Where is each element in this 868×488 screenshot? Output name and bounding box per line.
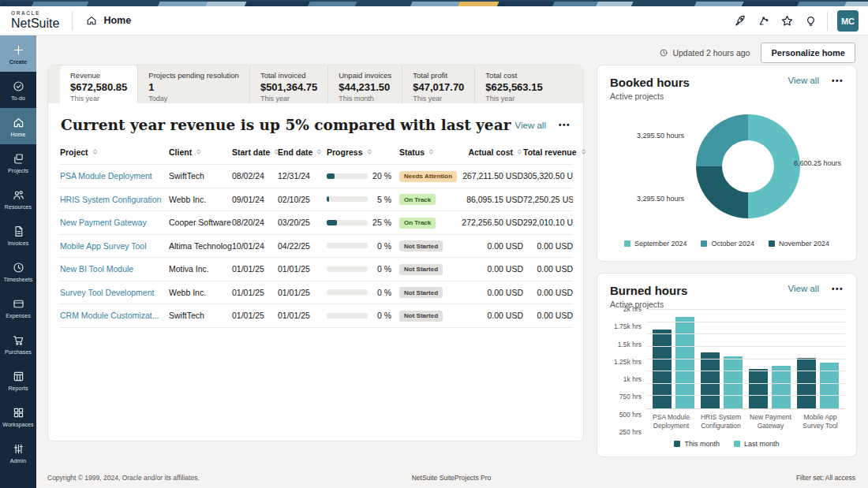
progress-percent: 0 %	[377, 311, 399, 320]
table-row: New Payment GatewayCooper Software08/20/…	[60, 211, 573, 235]
cell-end-date: 01/01/25	[278, 304, 327, 328]
column-header-status[interactable]: Status	[399, 144, 460, 165]
burned-view-all-link[interactable]: View all	[788, 284, 819, 293]
kpi-value: 1	[148, 81, 239, 93]
sidebar-item-projects[interactable]: Projects	[0, 144, 36, 181]
status-badge: On Track	[399, 194, 436, 205]
kpi-tile-total-profit[interactable]: Total profit$47,017.70This year	[402, 65, 474, 103]
cell-progress: 25 %	[327, 211, 399, 235]
insight-actions: View all •••	[515, 121, 571, 130]
column-header-label: Status	[399, 147, 425, 157]
sidebar-item-reports[interactable]: Reports	[0, 362, 36, 398]
project-link[interactable]: PSA Module Deployment	[60, 171, 152, 181]
cell-progress: 20 %	[327, 165, 399, 188]
column-header-project[interactable]: Project	[60, 144, 169, 165]
booked-more-menu-icon[interactable]: •••	[832, 76, 844, 85]
star-icon[interactable]	[780, 14, 794, 28]
booked-view-all-link[interactable]: View all	[788, 76, 819, 85]
column-header-actual-cost[interactable]: Actual cost	[460, 144, 523, 165]
cell-progress: 0 %	[327, 258, 399, 281]
footer-copyright: Copyright © 1999, 2024, Oracle and/or it…	[47, 474, 200, 482]
kpi-label: Projects pending resolution	[148, 71, 239, 80]
burned-more-menu-icon[interactable]: •••	[832, 285, 844, 293]
y-tick-label: 250 hrs	[608, 428, 642, 436]
cell-client: SwiftTech	[169, 165, 232, 188]
cell-actual-cost: 0.00 USD	[460, 304, 523, 328]
kpi-tile-unpaid-invoices[interactable]: Unpaid invoices$44,231.50This month	[327, 65, 402, 103]
nav-home-label: Home	[103, 15, 131, 26]
cell-status: Needs Attention	[399, 165, 460, 188]
progress-percent: 0 %	[377, 288, 399, 297]
cell-project: New Payment Gateway	[60, 211, 169, 235]
column-header-end-date[interactable]: End date	[278, 144, 327, 165]
bar-group-new-payment-gateway	[749, 310, 791, 408]
progress-percent: 0 %	[377, 241, 399, 251]
progress-bar	[327, 173, 368, 179]
project-link[interactable]: New Payment Gateway	[60, 218, 147, 227]
kpi-label: Revenue	[70, 71, 127, 80]
project-link[interactable]: Mobile App Survey Tool	[60, 241, 147, 251]
sidebar-item-home[interactable]: Home	[0, 108, 36, 144]
y-tick-label: 1.25k hrs	[608, 358, 642, 366]
cell-end-date: 12/31/24	[278, 165, 327, 188]
y-tick-label: 750 hrs	[608, 393, 642, 400]
sidebar-item-invoices[interactable]: Invoices	[0, 217, 36, 253]
progress-bar	[327, 266, 368, 272]
footer-product: NetSuite SuiteProjects Pro	[412, 474, 492, 482]
cell-status: Not Started	[399, 304, 460, 328]
projects-overview-card: Revenue$672,580.85This yearProjects pend…	[47, 65, 584, 441]
personalize-home-button[interactable]: Personalize home	[761, 43, 855, 63]
status-badge: On Track	[399, 218, 436, 229]
project-link[interactable]: New BI Tool Module	[60, 264, 133, 274]
kpi-tile-total-invoiced[interactable]: Total invoiced$501,364.75This year	[249, 65, 327, 103]
rocket-icon[interactable]	[733, 14, 746, 28]
content-toolbar: Updated 2 hours ago Personalize home	[659, 43, 855, 63]
donut-label-november: 3,295.50 hours	[618, 195, 684, 203]
column-header-client[interactable]: Client	[169, 144, 232, 165]
table-row: New BI Tool ModuleMotiva Inc.01/01/2501/…	[60, 258, 573, 281]
gridline	[646, 333, 845, 334]
kpi-tile-revenue[interactable]: Revenue$672,580.85This year	[60, 65, 137, 103]
project-link[interactable]: Survey Tool Development	[60, 288, 154, 297]
cell-actual-cost: 0.00 USD	[460, 258, 523, 281]
sidebar-item-timesheets[interactable]: Timesheets	[0, 253, 36, 289]
sidebar-item-purchases[interactable]: Purchases	[0, 326, 36, 362]
column-header-start-date[interactable]: Start date	[232, 144, 278, 165]
projects-icon	[12, 152, 25, 166]
project-link[interactable]: HRIS System Configuration	[60, 195, 161, 204]
lightbulb-icon[interactable]	[804, 14, 817, 28]
cell-total-revenue: 72,250.25 USD	[523, 188, 573, 211]
cell-status: On Track	[399, 211, 460, 235]
sidebar-item-expenses[interactable]: Expenses	[0, 289, 36, 326]
y-tick-label: 500 hrs	[608, 411, 642, 419]
gridline	[646, 346, 845, 347]
kpi-tile-projects-pending-resolution[interactable]: Projects pending resolution1Today	[137, 65, 249, 103]
burned-hours-chart: 250 hrs500 hrs750 hrs1k hrs1.25k hrs1.5k…	[608, 310, 848, 450]
nav-home-tab[interactable]: Home	[85, 14, 131, 27]
project-link[interactable]: CRM Module Customizat...	[60, 311, 159, 320]
column-header-total-revenue[interactable]: Total revenue	[523, 144, 573, 165]
report-icon	[12, 370, 25, 383]
more-menu-icon[interactable]: •••	[559, 121, 571, 129]
cell-end-date: 02/10/25	[278, 188, 327, 211]
sidebar-item-to-do[interactable]: To-do	[0, 72, 36, 108]
footer-filter-set[interactable]: Filter set: All access	[796, 474, 855, 482]
column-header-progress[interactable]: Progress	[327, 144, 399, 165]
cell-actual-cost: 272,256.50 USD	[460, 211, 523, 235]
y-tick-label: 1.75k hrs	[608, 322, 642, 330]
column-header-label: Project	[60, 147, 88, 157]
sidebar-item-resources[interactable]: Resources	[0, 181, 36, 217]
scales-icon[interactable]	[757, 14, 770, 28]
sidebar-item-create[interactable]: Create	[0, 35, 36, 72]
cell-status: Not Started	[399, 281, 460, 304]
progress-percent: 25 %	[372, 218, 399, 227]
view-all-link[interactable]: View all	[515, 121, 546, 130]
kpi-tile-total-cost[interactable]: Total cost$625,563.15This year	[474, 65, 552, 103]
progress-bar	[327, 243, 368, 248]
legend-item-october-2024: October 2024	[701, 240, 754, 248]
sidebar-item-workspaces[interactable]: Workspaces	[0, 398, 36, 434]
column-header-label: Total revenue	[523, 147, 577, 157]
gridline	[646, 383, 845, 384]
sidebar-item-admin[interactable]: Admin	[0, 434, 36, 471]
user-avatar[interactable]: MC	[837, 10, 859, 32]
